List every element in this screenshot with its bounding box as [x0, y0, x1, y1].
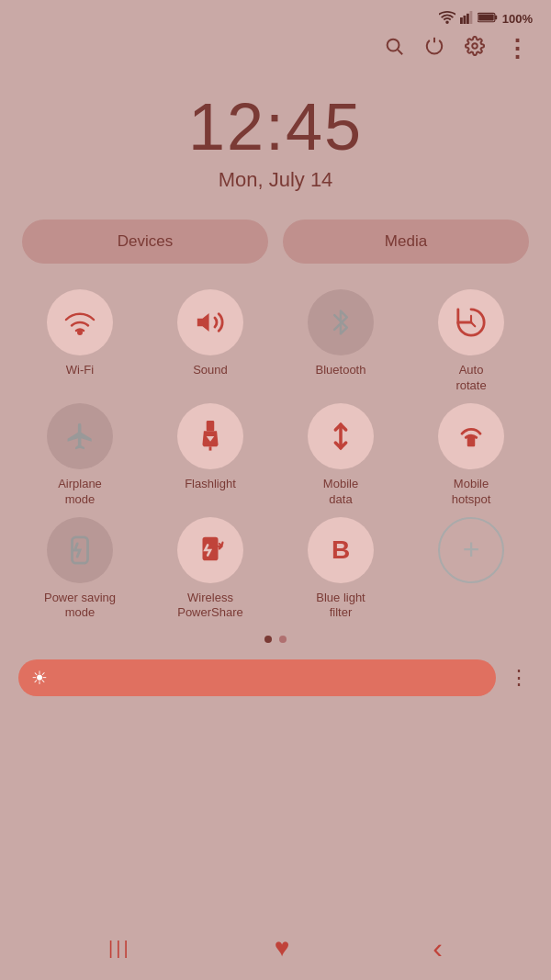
qs-flashlight[interactable]: Flashlight: [149, 403, 272, 508]
devices-tab[interactable]: Devices: [22, 220, 268, 264]
powersaving-label: Power saving mode: [44, 591, 116, 622]
svg-rect-2: [467, 14, 469, 24]
battery-icon: [478, 11, 498, 27]
svg-rect-15: [467, 436, 476, 446]
dot-2: [279, 636, 287, 643]
signal-icon: [460, 11, 473, 27]
powershare-icon-circle: [177, 517, 243, 583]
svg-point-7: [388, 39, 399, 51]
status-bar: 100%: [0, 0, 551, 32]
svg-rect-13: [209, 446, 212, 450]
qs-autorotate[interactable]: Auto rotate: [410, 289, 533, 394]
hotspot-icon-circle: [438, 403, 504, 469]
add-icon-circle: +: [438, 517, 504, 583]
status-icons: 100%: [439, 11, 533, 27]
qs-sound[interactable]: Sound: [149, 289, 272, 394]
bottom-nav: ||| ♥ ‹: [0, 916, 551, 980]
clock-time: 12:45: [0, 89, 551, 164]
svg-point-9: [472, 43, 478, 49]
flashlight-icon-circle: [177, 403, 243, 469]
airplane-icon-circle: [47, 403, 113, 469]
brightness-more-button[interactable]: ⋮: [505, 666, 533, 690]
bluetooth-icon-circle: [308, 289, 374, 355]
home-button[interactable]: ♥: [275, 933, 290, 963]
power-button[interactable]: [424, 36, 444, 62]
qs-bluetooth[interactable]: Bluetooth: [279, 289, 402, 394]
brightness-icon: ☀: [31, 667, 48, 689]
svg-marker-11: [197, 313, 209, 332]
qs-hotspot[interactable]: Mobile hotspot: [410, 403, 533, 508]
action-bar: ⋮: [0, 32, 551, 71]
wifi-status-icon: [439, 11, 455, 27]
svg-rect-6: [478, 14, 494, 20]
wifi-icon-circle: [47, 289, 113, 355]
battery-percent: 100%: [502, 12, 533, 26]
media-tab[interactable]: Media: [283, 220, 529, 264]
mobiledata-icon-circle: [308, 403, 374, 469]
quick-settings-grid: Wi-Fi Sound Bluetooth A: [0, 273, 551, 628]
qs-wifi[interactable]: Wi-Fi: [18, 289, 141, 394]
search-button[interactable]: [384, 36, 404, 62]
qs-mobiledata[interactable]: Mobile data: [279, 403, 402, 508]
airplane-label: Airplane mode: [58, 477, 102, 508]
svg-rect-1: [463, 16, 466, 24]
mobiledata-label: Mobile data: [323, 477, 358, 508]
bluelight-icon-circle: B: [308, 517, 374, 583]
sound-label: Sound: [193, 363, 228, 378]
qs-powershare[interactable]: Wireless PowerShare: [149, 517, 272, 622]
sound-icon-circle: [177, 289, 243, 355]
hotspot-label: Mobile hotspot: [452, 477, 491, 508]
powersaving-icon-circle: [47, 517, 113, 583]
qs-add[interactable]: +: [410, 517, 533, 622]
menu-button[interactable]: |||: [108, 938, 131, 959]
autorotate-icon-circle: [438, 289, 504, 355]
clock-section: 12:45 Mon, July 14: [0, 71, 551, 201]
powershare-label: Wireless PowerShare: [177, 591, 243, 622]
svg-rect-5: [495, 16, 497, 20]
autorotate-label: Auto rotate: [455, 363, 486, 394]
clock-date: Mon, July 14: [0, 168, 551, 192]
wifi-label: Wi-Fi: [66, 363, 94, 378]
dot-1: [264, 636, 272, 643]
svg-rect-3: [469, 11, 472, 24]
tab-row: Devices Media: [0, 201, 551, 273]
svg-line-8: [398, 50, 402, 54]
pagination-dots: [0, 628, 551, 650]
brightness-row: ☀ ⋮: [18, 659, 533, 696]
svg-rect-0: [460, 17, 463, 24]
bluelight-label: Blue light filter: [316, 591, 365, 622]
flashlight-label: Flashlight: [185, 477, 236, 492]
qs-airplane[interactable]: Airplane mode: [18, 403, 141, 508]
qs-bluelight[interactable]: B Blue light filter: [279, 517, 402, 622]
qs-powersaving[interactable]: Power saving mode: [18, 517, 141, 622]
svg-rect-12: [207, 421, 215, 431]
back-button[interactable]: ‹: [433, 931, 443, 965]
settings-button[interactable]: [465, 36, 485, 62]
bluetooth-label: Bluetooth: [316, 363, 366, 378]
more-button[interactable]: ⋮: [505, 37, 529, 61]
brightness-slider[interactable]: ☀: [18, 659, 496, 696]
